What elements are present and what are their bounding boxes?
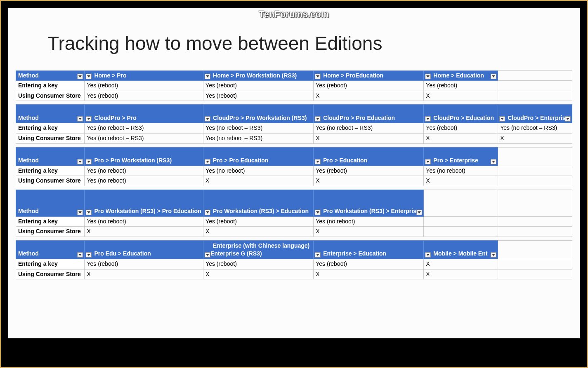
cell: X — [314, 133, 424, 143]
cell: X — [314, 227, 424, 237]
cell: Yes (no reboot – RS3) — [85, 133, 203, 143]
table-header-row: Method CloudPro > Pro CloudPro > Pro Wor… — [16, 105, 572, 123]
col-method[interactable]: Method — [16, 147, 85, 166]
col-prows-education[interactable]: Pro Workstation (RS3) > Education — [203, 190, 314, 216]
col-home-education[interactable]: Home > Education — [424, 70, 498, 81]
slide-title: Tracking how to move between Editions — [47, 33, 576, 54]
col-method[interactable]: Method — [16, 105, 85, 123]
filter-dropdown-icon[interactable] — [77, 210, 83, 215]
empty-cell — [498, 227, 572, 237]
col-pro-proworkstation[interactable]: Pro > Pro Workstation (RS3) — [85, 147, 203, 166]
col-mobile-mobileent[interactable]: Mobile > Mobile Ent — [424, 240, 498, 259]
empty-cell — [498, 91, 572, 101]
table-home: Method Home > Pro Home > Pro Workstation… — [16, 70, 572, 101]
filter-dropdown-icon[interactable] — [77, 159, 83, 164]
filter-dropdown-icon[interactable] — [315, 210, 321, 215]
header-label: Method — [18, 250, 39, 258]
col-prows-enterprise[interactable]: Pro Workstation (RS3) > Enterprise — [314, 190, 424, 216]
empty-cell — [498, 216, 572, 227]
filter-dropdown-icon[interactable] — [205, 210, 210, 215]
filter-dropdown-icon[interactable] — [491, 159, 496, 164]
col-method[interactable]: Method — [16, 240, 85, 259]
filter-dropdown-icon[interactable] — [86, 159, 92, 164]
col-pro-education[interactable]: Pro > Education — [314, 147, 424, 166]
col-method[interactable]: Method — [16, 70, 85, 81]
row-label: Entering a key — [16, 259, 85, 269]
cell: Yes (no reboot) — [85, 176, 203, 186]
cell: X — [498, 133, 572, 143]
empty-cell — [498, 176, 572, 186]
cell: Yes (reboot) — [203, 259, 314, 269]
filter-dropdown-icon[interactable] — [77, 74, 83, 79]
col-home-proworkstation[interactable]: Home > Pro Workstation (RS3) — [203, 70, 314, 81]
filter-dropdown-icon[interactable] — [205, 74, 210, 79]
cell: Yes (reboot) — [424, 81, 498, 91]
filter-dropdown-icon[interactable] — [565, 116, 571, 122]
col-pro-proeducation[interactable]: Pro > Pro Education — [203, 147, 314, 166]
filter-dropdown-icon[interactable] — [86, 74, 92, 79]
col-cloudpro-education[interactable]: CloudPro > Education — [424, 105, 498, 123]
filter-dropdown-icon[interactable] — [315, 159, 321, 164]
cell: Yes (reboot) — [203, 91, 314, 101]
filter-dropdown-icon[interactable] — [77, 252, 83, 258]
filter-dropdown-icon[interactable] — [499, 116, 505, 122]
filter-dropdown-icon[interactable] — [315, 252, 321, 258]
empty-cell — [424, 216, 498, 227]
header-label: CloudPro > Enterprise — [500, 114, 569, 122]
filter-dropdown-icon[interactable] — [77, 116, 83, 122]
filter-dropdown-icon[interactable] — [205, 159, 210, 164]
col-cloudpro-pro[interactable]: CloudPro > Pro — [85, 105, 203, 123]
row-label: Using Consumer Store — [16, 269, 85, 279]
cell: X — [314, 176, 424, 186]
cell: Yes (no reboot) — [85, 166, 203, 176]
col-method[interactable]: Method — [16, 190, 85, 216]
header-label: Home > Pro — [87, 72, 126, 80]
col-enterprise-entg[interactable]: Enterprise (with Chinese language) > Ent… — [203, 240, 314, 259]
empty-cell — [498, 166, 572, 176]
filter-dropdown-icon[interactable] — [205, 252, 210, 258]
row-label: Using Consumer Store — [16, 133, 85, 143]
cell: Yes (reboot) — [424, 123, 498, 134]
col-home-proeducation[interactable]: Home > ProEducation — [314, 70, 424, 81]
filter-dropdown-icon[interactable] — [425, 252, 431, 258]
row-label: Entering a key — [16, 123, 85, 134]
filter-dropdown-icon[interactable] — [491, 74, 496, 79]
cell: X — [424, 259, 498, 269]
table-row: Using Consumer Store Yes (no reboot – RS… — [16, 133, 572, 143]
table-proworkstation: Method Pro Workstation (RS3) > Pro Educa… — [16, 190, 572, 237]
col-cloudpro-proeducation[interactable]: CloudPro > Pro Education — [314, 105, 424, 123]
table-row: Entering a key Yes (reboot) Yes (reboot)… — [16, 81, 572, 91]
filter-dropdown-icon[interactable] — [416, 210, 422, 215]
col-home-pro[interactable]: Home > Pro — [85, 70, 203, 81]
filter-dropdown-icon[interactable] — [315, 116, 321, 122]
row-label: Using Consumer Store — [16, 91, 85, 101]
col-cloudpro-enterprise[interactable]: CloudPro > Enterprise — [498, 105, 572, 123]
cell: Yes (no reboot – RS3) — [203, 123, 314, 134]
filter-dropdown-icon[interactable] — [425, 159, 431, 164]
col-prows-proeducation[interactable]: Pro Workstation (RS3) > Pro Education — [85, 190, 203, 216]
col-pro-enterprise[interactable]: Pro > Enterprise — [424, 147, 498, 166]
table-header-row: Method Pro Edu > Education Enterprise (w… — [16, 240, 572, 259]
header-label: CloudPro > Education — [426, 114, 494, 122]
filter-dropdown-icon[interactable] — [315, 74, 321, 79]
table-row: Using Consumer Store X X X X — [16, 269, 572, 279]
col-proedu-education[interactable]: Pro Edu > Education — [85, 240, 203, 259]
filter-dropdown-icon[interactable] — [86, 252, 92, 258]
col-cloudpro-proworkstation[interactable]: CloudPro > Pro Workstation (RS3) — [203, 105, 314, 123]
cell: Yes (reboot) — [314, 259, 424, 269]
cell: Yes (reboot) — [85, 91, 203, 101]
empty-cell — [424, 227, 498, 237]
filter-dropdown-icon[interactable] — [425, 116, 431, 122]
filter-dropdown-icon[interactable] — [425, 74, 431, 79]
cell: X — [85, 269, 203, 279]
filter-dropdown-icon[interactable] — [205, 116, 210, 122]
header-label: Pro > Pro Workstation (RS3) — [87, 157, 172, 165]
cell: Yes (no reboot – RS3) — [314, 123, 424, 134]
col-enterprise-education[interactable]: Enterprise > Education — [314, 240, 424, 259]
table-row: Entering a key Yes (no reboot – RS3) Yes… — [16, 123, 572, 134]
table-cloudpro: Method CloudPro > Pro CloudPro > Pro Wor… — [16, 104, 572, 143]
filter-dropdown-icon[interactable] — [86, 210, 92, 215]
filter-dropdown-icon[interactable] — [491, 252, 496, 258]
header-label: Method — [18, 157, 39, 165]
filter-dropdown-icon[interactable] — [86, 116, 92, 122]
